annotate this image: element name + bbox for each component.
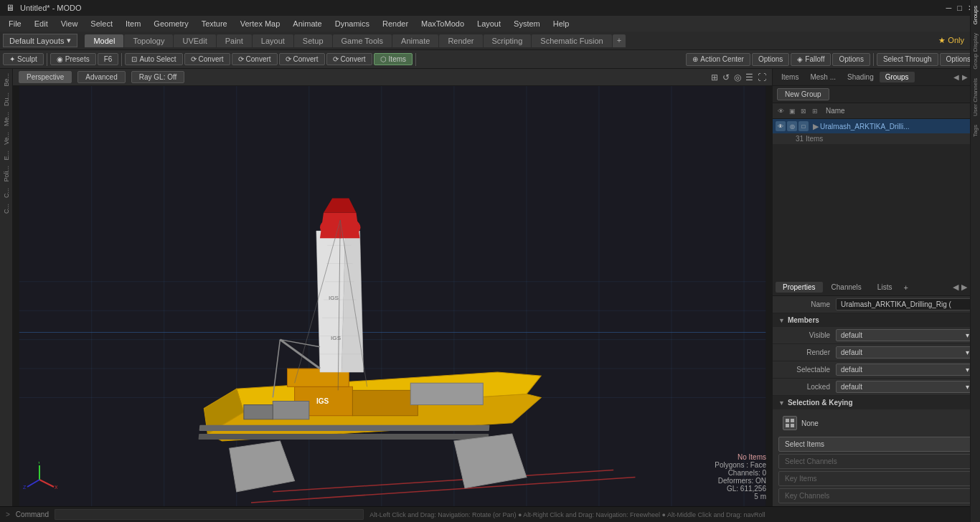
new-group-btn[interactable]: New Group bbox=[777, 88, 829, 100]
group-render-icon[interactable]: ◎ bbox=[787, 121, 797, 131]
prop-visible-select[interactable]: default▾ bbox=[836, 329, 974, 341]
rp-expand-icon[interactable]: ▶ bbox=[962, 73, 968, 81]
tab-gametools[interactable]: Game Tools bbox=[333, 34, 392, 47]
sculpt-btn[interactable]: ✦ Sculpt bbox=[3, 53, 44, 65]
auto-select-btn[interactable]: ⊡ Auto Select bbox=[125, 53, 182, 65]
action-center-btn[interactable]: ⊕ Action Center bbox=[686, 53, 750, 66]
tab-topology[interactable]: Topology bbox=[124, 34, 173, 47]
menu-render[interactable]: Render bbox=[377, 18, 414, 29]
tab-add[interactable]: + bbox=[613, 34, 626, 47]
prop-locked-value[interactable]: default▾ bbox=[836, 381, 974, 393]
menu-view[interactable]: View bbox=[55, 18, 84, 29]
tab-paint[interactable]: Paint bbox=[217, 34, 252, 47]
menu-help[interactable]: Help bbox=[547, 18, 575, 29]
viewport-fit-icon[interactable]: ⊞ bbox=[711, 72, 718, 82]
select-through-btn[interactable]: Select Through bbox=[877, 53, 938, 66]
menu-select[interactable]: Select bbox=[85, 18, 118, 29]
tab-uvedit[interactable]: UVEdit bbox=[174, 34, 215, 47]
prop-selectable-value[interactable]: default▾ bbox=[836, 364, 974, 376]
prop-selectable-select[interactable]: default▾ bbox=[836, 364, 974, 376]
menu-geometry[interactable]: Geometry bbox=[148, 18, 194, 29]
sidebar-label-c2[interactable]: C... bbox=[3, 201, 10, 217]
rp-collapse-icon[interactable]: ◀ bbox=[953, 73, 959, 81]
menu-file[interactable]: File bbox=[3, 18, 27, 29]
menu-system[interactable]: System bbox=[508, 18, 546, 29]
options-btn-2[interactable]: Options bbox=[832, 53, 870, 66]
tab-animate[interactable]: Animate bbox=[392, 34, 438, 47]
sidebar-label-e[interactable]: E... bbox=[3, 148, 10, 163]
group-expand-btn[interactable]: ▶ bbox=[813, 122, 819, 131]
ptab-collapse-icon[interactable]: ◀ bbox=[953, 283, 958, 292]
viewport-refresh-icon[interactable]: ↺ bbox=[722, 72, 730, 82]
viewport-settings-icon[interactable]: ☰ bbox=[745, 72, 753, 82]
tab-layout[interactable]: Layout bbox=[253, 34, 293, 47]
viewport-perspective-tab[interactable]: Perspective bbox=[19, 71, 72, 83]
edge-tab-groups[interactable]: Groups bbox=[971, 1, 979, 29]
maximize-btn[interactable]: □ bbox=[957, 4, 962, 13]
ptab-lists[interactable]: Lists bbox=[870, 282, 900, 293]
rptab-shading[interactable]: Shading bbox=[842, 72, 880, 82]
menu-texture[interactable]: Texture bbox=[196, 18, 233, 29]
tab-setup[interactable]: Setup bbox=[294, 34, 332, 47]
sidebar-label-ve[interactable]: Ve... bbox=[3, 129, 10, 148]
falloff-btn[interactable]: ◈ Falloff bbox=[791, 53, 831, 66]
ptab-expand-icon[interactable]: ▶ bbox=[961, 283, 967, 292]
members-section-header[interactable]: ▼ Members bbox=[773, 313, 980, 327]
menu-maxtomodo[interactable]: MaxToModo bbox=[415, 18, 470, 29]
menu-animate[interactable]: Animate bbox=[287, 18, 327, 29]
menu-dynamics[interactable]: Dynamics bbox=[329, 18, 375, 29]
prop-name-value[interactable] bbox=[836, 298, 974, 310]
sidebar-label-me[interactable]: Me... bbox=[3, 109, 10, 129]
viewport-camera-icon[interactable]: ◎ bbox=[734, 72, 741, 82]
key-items-btn[interactable]: Key Items bbox=[778, 471, 974, 486]
convert-btn-2[interactable]: ⟳ Convert bbox=[232, 53, 278, 65]
rptab-items[interactable]: Items bbox=[776, 72, 804, 82]
options-btn-1[interactable]: Options bbox=[752, 53, 789, 66]
menu-item[interactable]: Item bbox=[120, 18, 146, 29]
menu-edit[interactable]: Edit bbox=[29, 18, 54, 29]
group-visible-icon[interactable]: 👁 bbox=[776, 121, 786, 131]
edge-tab-user-channels[interactable]: User Channels bbox=[971, 74, 979, 120]
sidebar-label-c1[interactable]: C... bbox=[3, 185, 10, 201]
convert-btn-3[interactable]: ⟳ Convert bbox=[279, 53, 325, 65]
group-item-row[interactable]: 👁 ◎ □ ▶ Uralmash_ARKTIKA_Drilli... + bbox=[773, 119, 980, 133]
prop-render-select[interactable]: default▾ bbox=[836, 346, 974, 359]
edge-tab-group-display[interactable]: Group Display bbox=[971, 29, 979, 74]
tab-schematic[interactable]: Schematic Fusion bbox=[532, 34, 611, 47]
items-btn[interactable]: ⬡ Items bbox=[374, 53, 413, 65]
tab-render[interactable]: Render bbox=[439, 34, 482, 47]
sel-keying-section-header[interactable]: ▼ Selection & Keying bbox=[773, 396, 980, 409]
prop-render-value[interactable]: default▾ bbox=[836, 346, 974, 359]
viewport-canvas[interactable]: IGS IGS bbox=[13, 86, 772, 506]
convert-btn-1[interactable]: ⟳ Convert bbox=[184, 53, 230, 65]
sidebar-label-poli[interactable]: Poli... bbox=[3, 163, 10, 185]
sidebar-label-be[interactable]: Be... bbox=[3, 70, 10, 90]
convert-btn-4[interactable]: ⟳ Convert bbox=[326, 53, 372, 65]
edge-tab-tags[interactable]: Tags bbox=[971, 120, 979, 141]
rptab-mesh[interactable]: Mesh ... bbox=[804, 72, 842, 82]
layout-dropdown[interactable]: Default Layouts ▾ bbox=[3, 34, 77, 47]
ptab-channels[interactable]: Channels bbox=[824, 282, 869, 293]
presets-btn[interactable]: ◉ Presets bbox=[50, 53, 96, 65]
viewport-advanced-tab[interactable]: Advanced bbox=[77, 71, 125, 83]
select-items-btn[interactable]: Select Items bbox=[778, 437, 974, 452]
sidebar-label-du[interactable]: Du... bbox=[3, 90, 10, 109]
menu-vertexmap[interactable]: Vertex Map bbox=[235, 18, 286, 29]
key-channels-btn[interactable]: Key Channels bbox=[778, 488, 974, 503]
prop-visible-value[interactable]: default▾ bbox=[836, 329, 974, 341]
tab-model[interactable]: Model bbox=[85, 34, 123, 47]
rptab-groups[interactable]: Groups bbox=[880, 72, 915, 82]
prop-locked-select[interactable]: default▾ bbox=[836, 381, 974, 393]
ptab-properties[interactable]: Properties bbox=[776, 282, 823, 293]
minimize-btn[interactable]: ─ bbox=[946, 4, 952, 13]
command-input[interactable] bbox=[55, 509, 364, 520]
tab-scripting[interactable]: Scripting bbox=[484, 34, 532, 47]
ptab-plus[interactable]: + bbox=[903, 283, 908, 292]
viewport-expand-icon[interactable]: ⛶ bbox=[758, 72, 766, 82]
select-channels-btn[interactable]: Select Channels bbox=[778, 454, 974, 469]
f6-btn[interactable]: F6 bbox=[98, 53, 119, 65]
group-lock-icon[interactable]: □ bbox=[798, 121, 809, 131]
menu-layout[interactable]: Layout bbox=[471, 18, 507, 29]
viewport-raygl-tab[interactable]: Ray GL: Off bbox=[131, 71, 185, 83]
prop-name-input[interactable] bbox=[836, 298, 974, 310]
